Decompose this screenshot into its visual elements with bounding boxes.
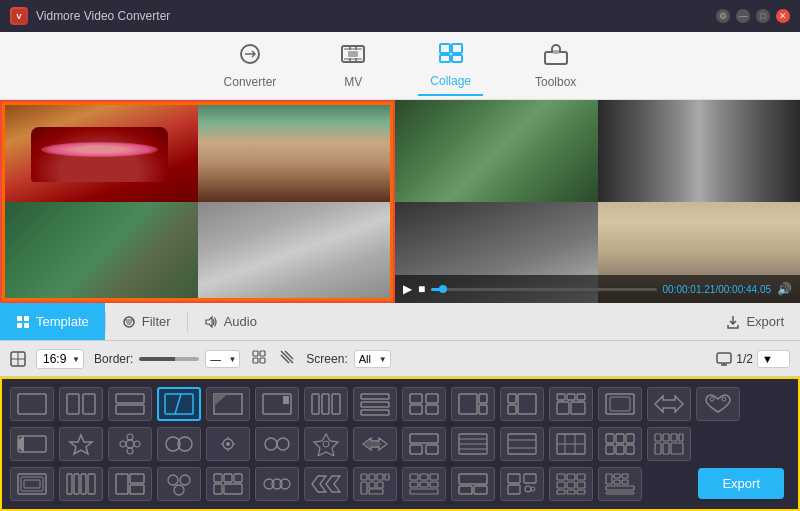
template-eight[interactable]: [353, 467, 397, 501]
svg-rect-54: [508, 405, 516, 414]
template-arrow[interactable]: [647, 387, 691, 421]
template-quad-border[interactable]: [10, 467, 54, 501]
template-arrows[interactable]: [353, 427, 397, 461]
template-dots[interactable]: [500, 467, 544, 501]
template-row-2: [10, 427, 790, 461]
volume-icon[interactable]: 🔊: [777, 282, 792, 296]
page-display: 1/2: [736, 352, 753, 366]
template-three-h[interactable]: [353, 387, 397, 421]
template-lines2[interactable]: [500, 427, 544, 461]
window-controls[interactable]: ⚙ — □ ✕: [716, 9, 790, 23]
template-wide-left[interactable]: [451, 387, 495, 421]
svg-marker-129: [312, 476, 326, 492]
template-banner[interactable]: [10, 427, 54, 461]
svg-rect-82: [410, 445, 422, 454]
template-seven[interactable]: [647, 427, 691, 461]
audio-icon: [204, 315, 218, 329]
template-lines1[interactable]: [451, 427, 495, 461]
stop-btn[interactable]: ■: [418, 282, 425, 296]
border-slider[interactable]: [139, 357, 199, 361]
nav-mv[interactable]: MV: [328, 37, 378, 95]
template-three-mix[interactable]: [108, 467, 152, 501]
audio-tab[interactable]: Audio: [188, 303, 273, 340]
settings-btn[interactable]: ⚙: [716, 9, 730, 23]
progress-bar[interactable]: [431, 288, 656, 291]
svg-rect-159: [577, 482, 585, 488]
template-star2[interactable]: [304, 427, 348, 461]
play-btn[interactable]: ▶: [403, 282, 412, 296]
template-circles3[interactable]: [255, 467, 299, 501]
template-single[interactable]: [10, 387, 54, 421]
svg-marker-37: [214, 394, 228, 406]
screen-wrapper[interactable]: All ▼: [354, 350, 391, 368]
template-five-h[interactable]: [59, 467, 103, 501]
template-grid: [0, 377, 800, 511]
svg-line-35: [175, 394, 181, 414]
template-tab[interactable]: Template: [0, 303, 105, 340]
filter-tab[interactable]: Filter: [106, 303, 187, 340]
template-four-sq[interactable]: [206, 467, 250, 501]
border-dropdown-wrapper[interactable]: — ▼: [205, 350, 240, 368]
close-btn[interactable]: ✕: [776, 9, 790, 23]
template-split3[interactable]: [402, 427, 446, 461]
svg-rect-32: [116, 394, 144, 403]
template-split-v[interactable]: [59, 387, 103, 421]
template-nine[interactable]: [402, 467, 446, 501]
template-five[interactable]: [549, 387, 593, 421]
template-ten[interactable]: [451, 467, 495, 501]
template-two-circles[interactable]: [255, 427, 299, 461]
template-three-v[interactable]: [304, 387, 348, 421]
toolbox-icon: [543, 43, 569, 71]
template-wide[interactable]: [255, 387, 299, 421]
template-diagonal[interactable]: [157, 387, 201, 421]
export-tab[interactable]: Export: [710, 314, 800, 329]
svg-rect-124: [214, 484, 222, 494]
svg-rect-115: [116, 474, 128, 494]
template-label: Template: [36, 314, 89, 329]
template-star[interactable]: [59, 427, 103, 461]
template-twelve[interactable]: [549, 467, 593, 501]
template-six[interactable]: [598, 427, 642, 461]
page-wrapper[interactable]: ▼: [757, 350, 790, 368]
svg-rect-149: [508, 474, 520, 483]
screen-select[interactable]: All: [354, 350, 391, 368]
svg-point-119: [180, 475, 190, 485]
minimize-btn[interactable]: —: [736, 9, 750, 23]
nav-collage[interactable]: Collage: [418, 36, 483, 96]
ratio-wrapper[interactable]: 16:9 4:3 1:1 9:16 ▼: [36, 349, 84, 369]
svg-rect-44: [361, 402, 389, 407]
svg-rect-169: [606, 492, 634, 494]
svg-rect-103: [671, 434, 677, 441]
template-lines3[interactable]: [549, 427, 593, 461]
nav-toolbox[interactable]: Toolbox: [523, 37, 588, 95]
template-two-circles2[interactable]: [157, 467, 201, 501]
template-gear[interactable]: [206, 427, 250, 461]
pattern-btn[interactable]: [278, 348, 296, 369]
main-content: ▶ ■ 00:00:01.21/00:00:44.05 🔊: [0, 100, 800, 511]
template-heart[interactable]: [696, 387, 740, 421]
export-button[interactable]: Export: [698, 468, 784, 499]
converter-icon: [237, 43, 263, 71]
template-thirteen[interactable]: [598, 467, 642, 501]
border-style-select[interactable]: —: [205, 350, 240, 368]
filter-label: Filter: [142, 314, 171, 329]
template-circles[interactable]: [157, 427, 201, 461]
app-title: Vidmore Video Converter: [36, 9, 170, 23]
template-grid4[interactable]: [402, 387, 446, 421]
svg-rect-105: [655, 443, 661, 454]
template-corner[interactable]: [206, 387, 250, 421]
template-fast[interactable]: [304, 467, 348, 501]
template-flower[interactable]: [108, 427, 152, 461]
svg-point-76: [226, 442, 230, 446]
maximize-btn[interactable]: □: [756, 9, 770, 23]
template-wide-right[interactable]: [500, 387, 544, 421]
svg-rect-100: [626, 445, 634, 454]
page-select[interactable]: ▼: [757, 350, 790, 368]
nav-converter[interactable]: Converter: [212, 37, 289, 95]
svg-rect-95: [606, 434, 614, 443]
template-split-h[interactable]: [108, 387, 152, 421]
ratio-select[interactable]: 16:9 4:3 1:1 9:16: [36, 349, 84, 369]
template-frame[interactable]: [598, 387, 642, 421]
grid-view-btn[interactable]: [250, 348, 268, 369]
svg-rect-50: [459, 394, 477, 414]
